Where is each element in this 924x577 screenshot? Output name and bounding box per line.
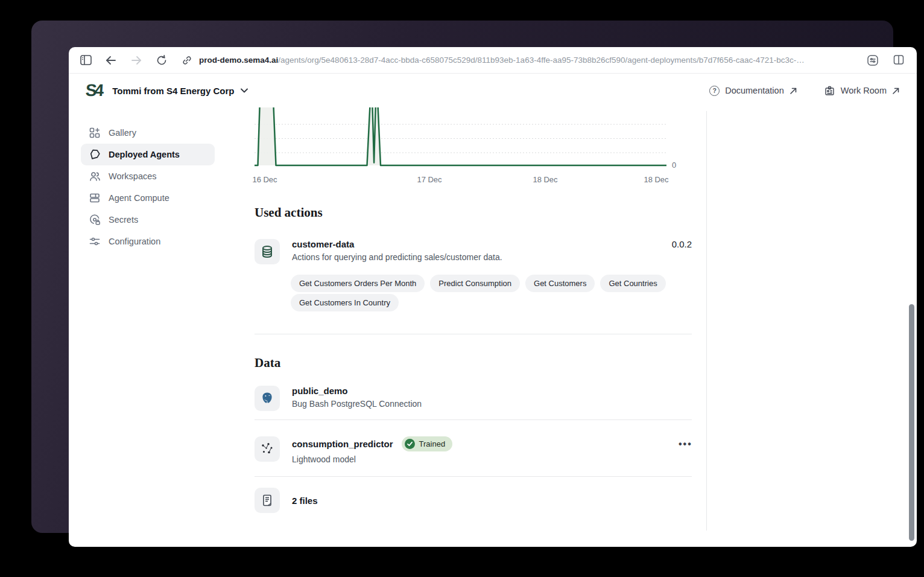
file-icon <box>261 494 274 507</box>
package-version: 0.0.2 <box>672 239 692 249</box>
chevron-down-icon <box>241 88 248 93</box>
used-actions-heading: Used actions <box>255 205 323 220</box>
action-chip[interactable]: Get Countries <box>600 275 665 292</box>
sidebar-item-label: Deployed Agents <box>109 150 180 159</box>
sidebar-item-label: Secrets <box>109 215 138 225</box>
package-name: customer-data <box>292 239 502 249</box>
sidebar-item-label: Agent Compute <box>109 193 169 203</box>
files-count: 2 files <box>292 496 318 506</box>
data-item-description: Lightwood model <box>292 454 452 464</box>
check-circle-icon <box>405 439 415 449</box>
action-chip[interactable]: Get Customers Orders Per Month <box>291 275 425 292</box>
sidebar-item-agent-compute[interactable]: Agent Compute <box>81 187 215 209</box>
documentation-label: Documentation <box>725 86 784 95</box>
sidebar-item-secrets[interactable]: Secrets <box>81 209 215 231</box>
data-row-files[interactable]: 2 files <box>255 488 692 513</box>
chart-x-tick: 16 Dec <box>252 175 277 184</box>
hexagon-icon <box>89 148 101 161</box>
chart-x-tick: 17 Dec <box>417 175 441 184</box>
sidebar-item-configuration[interactable]: Configuration <box>81 231 215 252</box>
sidebar-item-gallery[interactable]: Gallery <box>81 122 215 144</box>
s4-logo: S4 <box>85 81 102 100</box>
chart-y-zero-label: 0 <box>672 161 676 170</box>
trained-badge-label: Trained <box>419 439 446 448</box>
key-lock-icon <box>89 214 101 226</box>
data-heading: Data <box>255 355 280 371</box>
data-item-description: Bug Bash PostgreSQL Connection <box>292 399 422 409</box>
main-panel: 0 16 Dec 17 Dec 18 Dec 18 Dec Used actio… <box>255 107 692 547</box>
browser-window: prod-demo.sema4.ai/agents/org/5e480613-2… <box>69 47 917 547</box>
action-chip[interactable]: Get Customers In Country <box>291 294 399 311</box>
browser-toolbar: prod-demo.sema4.ai/agents/org/5e480613-2… <box>69 47 917 74</box>
sidebar-item-label: Workspaces <box>109 171 157 181</box>
sidebar-item-label: Gallery <box>109 128 136 138</box>
agent-switcher[interactable]: Tommi from S4 Energy Corp <box>112 86 247 96</box>
sliders-icon <box>89 235 101 247</box>
section-divider <box>255 334 692 334</box>
gallery-icon <box>89 127 101 139</box>
scatter-model-icon <box>260 442 274 456</box>
chart-x-tick: 18 Dec <box>533 175 557 184</box>
badge-icon <box>824 85 835 97</box>
usage-chart <box>255 107 666 167</box>
external-link-icon <box>892 87 900 95</box>
package-description: Actions for querying and predicting sale… <box>292 252 502 262</box>
sidebar-toggle-icon[interactable] <box>80 54 92 66</box>
link-icon <box>181 54 193 66</box>
sidebar-nav: Gallery Deployed Agents Workspaces <box>81 122 215 252</box>
forward-icon[interactable] <box>130 54 142 66</box>
reload-icon[interactable] <box>156 54 168 66</box>
section-divider <box>255 476 692 477</box>
split-view-icon[interactable] <box>893 54 906 67</box>
action-chip[interactable]: Predict Consumption <box>430 275 520 292</box>
action-chip[interactable]: Get Customers <box>525 275 595 292</box>
chart-x-tick: 18 Dec <box>644 175 668 184</box>
data-item-name: public_demo <box>292 386 422 396</box>
scrollbar-thumb[interactable] <box>909 304 914 541</box>
address-bar[interactable]: prod-demo.sema4.ai/agents/org/5e480613-2… <box>199 56 805 65</box>
panel-divider <box>706 111 707 531</box>
database-icon <box>260 244 274 259</box>
data-row-predictor[interactable]: consumption_predictor Trained Lightwood … <box>255 436 692 464</box>
data-item-name: consumption_predictor <box>292 439 393 449</box>
postgresql-icon <box>260 391 274 406</box>
window-frame: prod-demo.sema4.ai/agents/org/5e480613-2… <box>31 21 893 533</box>
section-divider <box>255 419 692 420</box>
help-icon: ? <box>709 86 720 96</box>
users-icon <box>89 170 101 182</box>
url-path: /agents/org/5e480613-28d7-4acc-bbda-c658… <box>278 56 804 65</box>
agent-title: Tommi from S4 Energy Corp <box>112 86 234 96</box>
action-package-row[interactable]: customer-data Actions for querying and p… <box>255 239 692 264</box>
documentation-link[interactable]: ? Documentation <box>709 86 797 96</box>
server-icon <box>89 192 101 204</box>
sidebar-item-deployed-agents[interactable]: Deployed Agents <box>81 144 215 165</box>
url-host: prod-demo.sema4.ai <box>199 56 278 65</box>
data-row-postgres[interactable]: public_demo Bug Bash PostgreSQL Connecti… <box>255 386 692 411</box>
page-content: Gallery Deployed Agents Workspaces <box>69 107 917 547</box>
page-settings-icon[interactable] <box>866 54 879 67</box>
sidebar-item-workspaces[interactable]: Workspaces <box>81 165 215 187</box>
work-room-link[interactable]: Work Room <box>824 85 900 97</box>
external-link-icon <box>790 87 797 95</box>
sidebar-item-label: Configuration <box>109 237 160 246</box>
trained-badge: Trained <box>402 436 453 451</box>
back-icon[interactable] <box>105 54 117 66</box>
row-menu-icon[interactable]: ••• <box>679 441 692 447</box>
app-header: S4 Tommi from S4 Energy Corp ? Documenta… <box>69 74 917 107</box>
work-room-label: Work Room <box>841 86 887 95</box>
